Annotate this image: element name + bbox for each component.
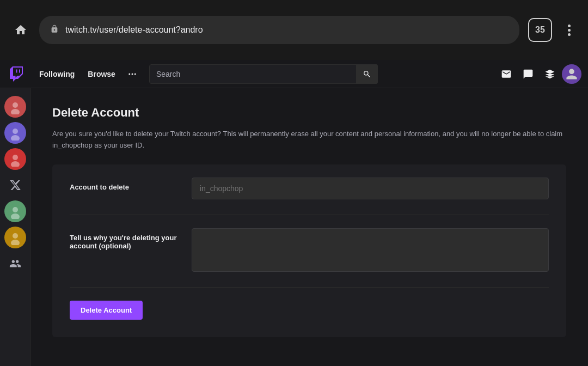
svg-point-0	[128, 73, 130, 75]
svg-point-4	[13, 102, 18, 108]
account-label: Account to delete	[70, 178, 179, 191]
browser-address-bar[interactable]: twitch.tv/user/delete-account?andro	[39, 16, 519, 44]
sidebar-item-1[interactable]	[3, 121, 27, 145]
form-divider	[70, 215, 549, 215]
reason-row: Tell us why you're deleting your account…	[70, 228, 549, 272]
chat-button[interactable]	[518, 64, 538, 84]
account-input[interactable]	[192, 178, 549, 199]
nav-browse[interactable]: Browse	[83, 66, 120, 82]
sidebar-item-2[interactable]	[3, 147, 27, 171]
browser-url-text: twitch.tv/user/delete-account?andro	[65, 25, 509, 35]
nav-icons	[497, 64, 581, 84]
form-divider-2	[70, 287, 549, 288]
page-description: Are you sure you'd like to delete your T…	[52, 129, 564, 151]
browser-tab-count[interactable]: 35	[528, 18, 552, 42]
page-title: Delete Account	[52, 106, 566, 120]
browser-chrome: twitch.tv/user/delete-account?andro 35	[0, 0, 588, 60]
nav-following[interactable]: Following	[35, 66, 79, 82]
sidebar-item-3[interactable]	[3, 173, 27, 197]
user-avatar[interactable]	[562, 64, 581, 84]
delete-account-button[interactable]: Delete Account	[70, 301, 143, 320]
search-button[interactable]	[356, 64, 378, 84]
sidebar-item-5[interactable]	[3, 225, 27, 249]
nav-more-button[interactable]	[124, 66, 140, 82]
svg-point-7	[13, 129, 18, 134]
browser-lock-icon	[50, 25, 59, 36]
content-area: Delete Account Are you sure you'd like t…	[30, 88, 588, 366]
search-input[interactable]	[149, 64, 378, 84]
reason-textarea[interactable]	[192, 228, 549, 272]
svg-point-2	[134, 73, 136, 75]
sidebar	[0, 88, 30, 366]
sidebar-item-0[interactable]	[3, 95, 27, 119]
delete-account-form: Account to delete Tell us why you're del…	[52, 164, 566, 337]
browser-more-menu[interactable]	[561, 25, 577, 36]
svg-point-13	[13, 207, 18, 212]
svg-point-10	[13, 155, 18, 160]
main-layout: Delete Account Are you sure you'd like t…	[0, 88, 588, 366]
reason-label: Tell us why you're deleting your account…	[70, 228, 179, 250]
twitch-navbar: Following Browse	[0, 60, 588, 88]
search-container	[149, 64, 378, 84]
sidebar-friends-icon[interactable]	[3, 252, 27, 276]
svg-point-1	[131, 73, 133, 75]
twitch-logo[interactable]	[7, 64, 26, 84]
sidebar-item-4[interactable]	[3, 199, 27, 223]
account-row: Account to delete	[70, 178, 549, 199]
inbox-button[interactable]	[497, 64, 516, 84]
notifications-button[interactable]	[540, 64, 560, 84]
svg-point-16	[13, 233, 18, 239]
browser-home-icon[interactable]	[11, 20, 30, 40]
